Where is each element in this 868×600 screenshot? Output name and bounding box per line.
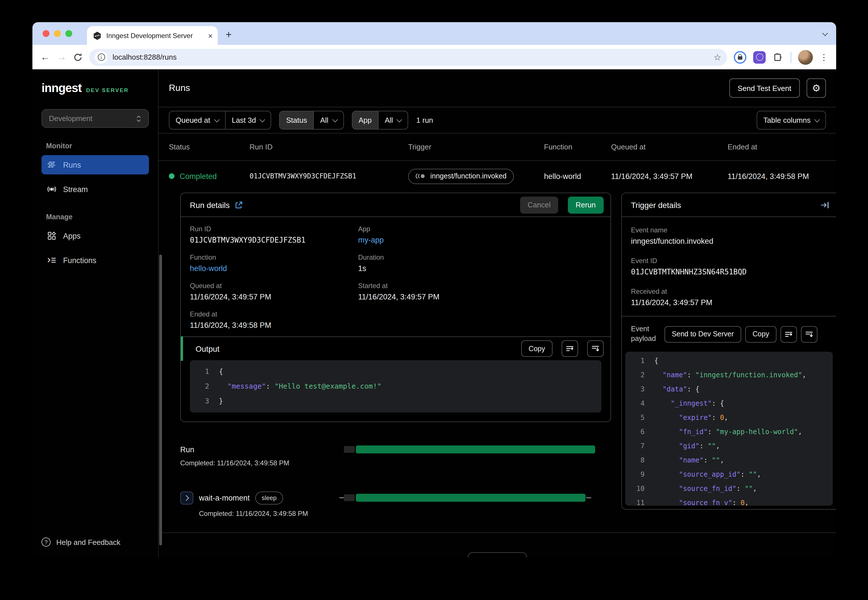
bookmark-star-icon[interactable]: ☆ — [714, 52, 721, 62]
app-link[interactable]: my-app — [358, 236, 601, 244]
tab-close-icon[interactable]: × — [208, 32, 212, 39]
column-header-function: Function — [544, 142, 611, 151]
event-payload-label: Event payload — [631, 324, 656, 344]
field-received-at: Received at 11/16/2024, 3:49:57 PM — [631, 288, 827, 307]
password-manager-extension-icon[interactable] — [734, 51, 747, 64]
trigger-details-fields: Event name inngest/function.invoked Even… — [622, 217, 836, 317]
run-details-fields: Run ID 01JCVBTMV3WXY9D3CFDEJFZSB1 App my… — [181, 217, 610, 336]
sidebar-item-stream[interactable]: Stream — [41, 180, 149, 199]
trigger-details-title: Trigger details — [631, 200, 681, 209]
trigger-details-panel: Trigger details Event name inngest/funct… — [621, 192, 836, 510]
functions-icon — [47, 256, 56, 265]
site-info-icon[interactable]: i — [95, 51, 108, 64]
scroll-to-bottom-icon[interactable] — [587, 340, 604, 357]
sidebar-item-apps[interactable]: Apps — [41, 226, 149, 245]
tab-title: Inngest Development Server — [106, 32, 203, 39]
page-title: Runs — [169, 83, 729, 93]
timeline-step-row: wait-a-moment sleep — [180, 491, 611, 505]
column-header-trigger: Trigger — [408, 142, 544, 151]
updown-chevron-icon — [136, 115, 141, 123]
purple-extension-icon[interactable] — [753, 51, 766, 64]
maximize-window-button[interactable] — [65, 30, 72, 37]
environment-select[interactable]: Development — [41, 109, 149, 128]
run-completed-text: Completed: 11/16/2024, 3:49:58 PM — [180, 459, 611, 467]
url-text[interactable]: localhost:8288/runs — [112, 53, 709, 61]
run-id-cell: 01JCVBTMV3WXY9D3CFDEJFZSB1 — [250, 172, 408, 180]
sidebar-item-label: Stream — [63, 185, 88, 194]
stream-icon — [47, 185, 56, 194]
output-header: Output Copy — [181, 336, 610, 360]
payload-copy-button[interactable]: Copy — [745, 326, 777, 342]
close-window-button[interactable] — [42, 30, 49, 37]
status-filter-dropdown[interactable]: All — [313, 111, 343, 129]
app-filter-label: App — [352, 111, 378, 129]
output-copy-button[interactable]: Copy — [521, 340, 552, 357]
column-header-ended-at: Ended at — [728, 142, 836, 151]
back-button[interactable]: ← — [40, 52, 50, 62]
run-queue-segment — [344, 446, 355, 453]
filter-bar: Queued at Last 3d Status All App All 1 r… — [159, 107, 836, 133]
time-range-dropdown[interactable]: Last 3d — [225, 111, 270, 129]
field-queued-at: Queued at 11/16/2024, 3:49:57 PM — [190, 282, 358, 301]
send-to-dev-server-button[interactable]: Send to Dev Server — [665, 326, 741, 342]
rerun-button[interactable]: Rerun — [568, 196, 604, 214]
column-header-status: Status — [169, 142, 250, 151]
forward-button[interactable]: → — [57, 52, 67, 62]
function-link[interactable]: hello-world — [190, 264, 358, 273]
toolbar-divider — [791, 52, 791, 63]
wrap-text-icon[interactable] — [561, 340, 578, 357]
external-link-icon[interactable] — [235, 201, 243, 209]
event-icon — [416, 173, 426, 179]
queued-at-cell: 11/16/2024, 3:49:57 PM — [611, 172, 728, 180]
new-tab-button[interactable]: + — [226, 30, 232, 40]
field-event-name: Event name inngest/function.invoked — [631, 226, 827, 245]
timeline-run-label: Run — [180, 445, 194, 454]
partially-visible-button[interactable] — [468, 552, 527, 558]
extensions-puzzle-icon[interactable] — [772, 52, 784, 63]
tab-search-chevron-icon[interactable] — [823, 27, 827, 38]
run-details-card: Run details Cancel Rerun Run ID 01JCVBTM… — [180, 192, 611, 422]
app-filter-dropdown[interactable]: All — [378, 111, 408, 129]
sidebar-item-runs[interactable]: Runs — [41, 155, 149, 174]
status-filter-label: Status — [280, 111, 314, 129]
sidebar: inngest DEV SERVER Development Monitor R… — [32, 69, 159, 558]
inngest-app: inngest DEV SERVER Development Monitor R… — [32, 69, 836, 558]
browser-window: Inngest Development Server × + ← → i loc… — [32, 22, 836, 558]
run-details-title: Run details — [190, 200, 230, 209]
profile-avatar[interactable] — [798, 50, 813, 65]
browser-tab[interactable]: Inngest Development Server × — [87, 26, 218, 45]
help-icon: ? — [41, 538, 51, 547]
table-columns-group: Table columns — [757, 111, 826, 130]
inngest-logo: inngest — [41, 81, 82, 95]
collapse-panel-icon[interactable] — [820, 200, 829, 209]
sidebar-item-functions[interactable]: Functions — [41, 251, 149, 270]
sort-time-filter: Queued at Last 3d — [169, 111, 272, 130]
cancel-button[interactable]: Cancel — [520, 196, 558, 214]
status-dot — [169, 173, 175, 179]
scroll-to-bottom-icon[interactable] — [801, 326, 817, 342]
settings-gear-icon[interactable]: ⚙ — [807, 79, 826, 98]
column-header-run-id: Run ID — [250, 142, 408, 151]
field-app: App my-app — [358, 225, 601, 244]
trigger-pill[interactable]: inngest/function.invoked — [408, 168, 514, 184]
expand-step-chevron[interactable] — [180, 491, 193, 504]
table-row[interactable]: Completed 01JCVBTMV3WXY9D3CFDEJFZSB1 inn… — [159, 161, 836, 191]
reload-button[interactable] — [73, 53, 82, 62]
field-function: Function hello-world — [190, 253, 358, 273]
step-queue-segment — [344, 494, 355, 501]
function-cell: hello-world — [544, 172, 611, 180]
table-columns-dropdown[interactable]: Table columns — [757, 111, 826, 129]
page-header: Runs Send Test Event ⚙ — [159, 69, 836, 107]
macos-traffic-lights[interactable] — [42, 30, 72, 37]
help-and-feedback[interactable]: ? Help and Feedback — [41, 538, 120, 547]
logo-row: inngest DEV SERVER — [41, 81, 149, 95]
field-event-id: Event ID 01JCVBTMTKNHNHZ3SN64R51BQD — [631, 257, 827, 276]
minimize-window-button[interactable] — [54, 30, 61, 37]
wrap-text-icon[interactable] — [780, 326, 797, 342]
run-timeline: Run Completed: 11/16/2024, 3:49:58 PM wa… — [180, 445, 611, 518]
address-bar[interactable]: i localhost:8288/runs ☆ — [89, 48, 727, 66]
browser-menu-icon[interactable]: ⋮ — [820, 52, 828, 62]
send-test-event-button[interactable]: Send Test Event — [729, 79, 800, 98]
vertical-scrollbar[interactable] — [159, 255, 162, 545]
sort-field-dropdown[interactable]: Queued at — [169, 111, 225, 129]
